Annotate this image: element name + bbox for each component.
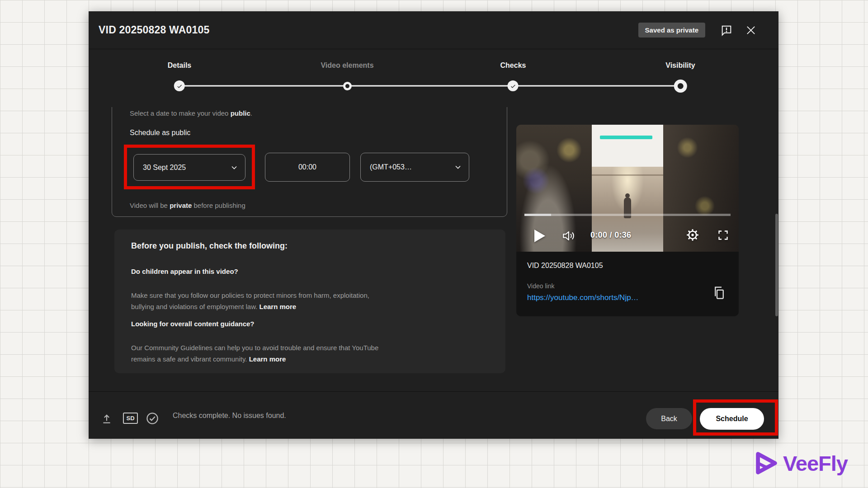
chevron-down-icon — [230, 163, 239, 172]
schedule-card: Select a date to make your video public.… — [112, 107, 507, 217]
video-link-label: Video link — [527, 282, 554, 290]
seek-bar-loaded — [524, 214, 551, 216]
veefly-brand-text: VeeFly — [783, 451, 848, 476]
tab-visibility[interactable]: Visibility — [665, 61, 695, 70]
dialog-header: VID 20250828 WA0105 Saved as private — [89, 11, 778, 49]
step-current-icon — [674, 80, 687, 93]
video-title: VID 20250828 WA0105 — [527, 262, 603, 270]
dialog-title: VID 20250828 WA0105 — [99, 24, 209, 36]
checks-complete-icon — [146, 412, 159, 425]
schedule-button[interactable]: Schedule — [700, 408, 764, 430]
saved-status-badge: Saved as private — [638, 23, 705, 38]
upload-dialog: VID 20250828 WA0105 Saved as private Det… — [89, 11, 778, 439]
learn-more-link[interactable]: Learn more — [249, 355, 286, 363]
upload-progress-icon — [101, 413, 113, 425]
tab-video-elements[interactable]: Video elements — [321, 61, 373, 70]
tab-details[interactable]: Details — [168, 61, 191, 70]
scrollbar-thumb[interactable] — [775, 214, 778, 316]
learn-more-link[interactable]: Learn more — [259, 303, 297, 310]
date-dropdown[interactable]: 30 Sept 2025 — [133, 154, 245, 181]
guidance-question: Looking for overall content guidance? — [131, 320, 255, 328]
back-button[interactable]: Back — [646, 408, 692, 429]
private-before-publish-note: Video will be private before publishing — [130, 202, 245, 209]
schedule-as-public-label: Schedule as public — [130, 129, 190, 137]
stepper: Details Video elements Checks Visibility — [89, 49, 778, 107]
video-info: VID 20250828 WA0105 Video link https://y… — [516, 252, 739, 316]
guidance-paragraph: Our Community Guidelines can help you to… — [131, 342, 396, 365]
ceiling-line — [592, 174, 663, 176]
timezone-value: (GMT+053… — [361, 163, 412, 171]
video-player[interactable]: 0:00 / 0:36 — [516, 125, 739, 252]
dialog-footer: SD Checks complete. No issues found. Bac… — [89, 391, 778, 439]
veefly-logo-icon — [752, 449, 780, 477]
time-display: 0:00 / 0:36 — [590, 230, 631, 240]
step-todo-icon — [343, 82, 352, 90]
chevron-down-icon — [453, 163, 462, 172]
stepper-line — [179, 85, 680, 87]
date-value: 30 Sept 2025 — [134, 164, 186, 172]
step-done-icon — [174, 80, 185, 91]
settings-gear-icon[interactable] — [685, 228, 700, 242]
publish-checks-card: Before you publish, check the following:… — [114, 230, 505, 373]
tab-checks[interactable]: Checks — [500, 61, 526, 70]
publish-checks-heading: Before you publish, check the following: — [131, 241, 288, 251]
seek-bar[interactable] — [524, 214, 731, 216]
player-controls: 0:00 / 0:36 — [516, 222, 739, 252]
schedule-intro-text: Select a date to make your video public. — [130, 109, 252, 117]
children-question: Do children appear in this video? — [131, 267, 238, 275]
checks-status-text: Checks complete. No issues found. — [173, 392, 286, 439]
copy-link-icon[interactable] — [712, 285, 726, 300]
video-top-area — [592, 125, 663, 167]
step-done-icon — [508, 80, 519, 91]
video-preview-panel: 0:00 / 0:36 VID 20250828 WA0105 Video li… — [516, 125, 739, 316]
time-value: 00:00 — [298, 163, 316, 171]
veefly-watermark: VeeFly — [752, 449, 848, 477]
fullscreen-icon[interactable] — [717, 229, 729, 241]
close-icon[interactable] — [744, 23, 758, 37]
children-paragraph: Make sure that you follow our policies t… — [131, 290, 382, 312]
send-feedback-icon[interactable] — [720, 23, 733, 37]
visibility-content: Select a date to make your video public.… — [89, 107, 778, 391]
sd-quality-icon: SD — [123, 413, 138, 424]
video-caption-bar — [600, 136, 653, 139]
page-background: VID 20250828 WA0105 Saved as private Det… — [0, 0, 868, 488]
video-link-url[interactable]: https://youtube.com/shorts/Njp… — [527, 293, 639, 302]
volume-icon[interactable] — [561, 229, 577, 243]
time-input[interactable]: 00:00 — [265, 153, 350, 182]
play-icon[interactable] — [534, 230, 545, 242]
timezone-dropdown[interactable]: (GMT+053… — [360, 153, 469, 182]
